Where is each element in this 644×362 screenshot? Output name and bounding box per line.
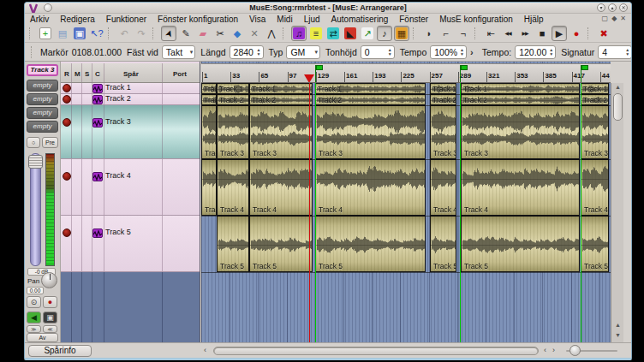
toolbar-handle[interactable] — [474, 27, 479, 39]
vertical-scrollbar[interactable]: ▲ ▲ ▼ — [611, 83, 623, 342]
toolbar-handle[interactable] — [283, 27, 287, 39]
whats-this-button[interactable]: ↖? — [89, 26, 104, 41]
toolbar-handle[interactable] — [31, 46, 32, 58]
part[interactable]: Track 1 — [217, 83, 249, 94]
pointer-tool-button[interactable]: ➤ — [161, 26, 176, 41]
redo-button[interactable]: ↷ — [134, 26, 149, 41]
spin-down-icon[interactable]: ▼ — [625, 52, 629, 56]
part[interactable]: Track 1 — [315, 83, 426, 94]
toolbar-handle[interactable] — [413, 27, 417, 39]
part[interactable]: Track 3 — [249, 105, 313, 159]
mixer-button[interactable]: ↗ — [360, 26, 375, 41]
toolbar-handle[interactable] — [587, 27, 592, 39]
part[interactable]: Track 1 — [201, 83, 217, 94]
stereo-toggle-button[interactable]: ▣ — [43, 312, 57, 323]
playhead-marker-icon[interactable] — [304, 74, 314, 83]
part[interactable]: Track 2 — [201, 94, 217, 105]
window-menu-button[interactable] — [44, 3, 52, 12]
part[interactable]: Track 2 — [430, 94, 456, 105]
scissors-tool-button[interactable]: ✂ — [212, 26, 228, 41]
record-dot-icon[interactable] — [63, 95, 71, 104]
part[interactable]: Track 4 — [315, 159, 426, 216]
marker-flag-icon[interactable] — [315, 65, 316, 83]
part[interactable]: Track 2 — [217, 94, 249, 105]
spin-down-icon[interactable]: ▼ — [257, 52, 261, 56]
scroll-up-icon[interactable]: ▲ — [611, 322, 624, 328]
expander-arrow-icon[interactable]: › — [470, 47, 474, 57]
off-button[interactable]: Av — [27, 333, 58, 342]
rewind-button[interactable]: ◀◀ — [500, 26, 516, 41]
close-button[interactable]: ✕ — [619, 3, 628, 12]
part[interactable]: Track 4 — [581, 159, 609, 216]
effect-slot[interactable]: empty — [27, 107, 58, 119]
part[interactable]: Track 1 — [249, 83, 313, 94]
part[interactable]: Track 3 — [315, 105, 426, 159]
toolbar-handle[interactable] — [29, 27, 33, 39]
record-dot-icon[interactable] — [63, 172, 71, 181]
pitch-spinbox[interactable]: 0 ▲▼ — [361, 45, 395, 59]
marker-flag-icon[interactable] — [460, 65, 461, 83]
input-routes-button[interactable]: ≫ — [27, 325, 41, 333]
record-dot-icon[interactable] — [63, 228, 71, 237]
mdi-close-button[interactable]: ✕ — [620, 15, 626, 23]
trackinfo-button[interactable]: Spårinfo — [28, 345, 92, 357]
length-spinbox[interactable]: 2840 ▲▼ — [230, 45, 264, 59]
glue-tool-button[interactable]: ◆ — [230, 26, 245, 41]
part[interactable]: Track 2 — [581, 94, 609, 105]
part[interactable]: Track 1 — [581, 83, 609, 94]
menu-item-muse-konfiguration[interactable]: MusE konfiguration — [439, 15, 513, 24]
part[interactable]: Track 5 — [217, 216, 249, 272]
mdi-restore-button[interactable]: ▢ — [602, 15, 609, 23]
vertical-scrollbar-thumb[interactable] — [613, 93, 623, 121]
punch-in-button[interactable]: ⌐ — [438, 26, 454, 41]
part[interactable]: Track 2 — [249, 94, 313, 105]
menu-item-arkiv[interactable]: Arkiv — [30, 15, 49, 24]
horizontal-scrollbar[interactable] — [213, 347, 539, 355]
spin-down-icon[interactable]: ▼ — [549, 52, 553, 56]
menu-item-redigera[interactable]: Redigera — [60, 15, 95, 24]
mute-button[interactable]: ◀ — [27, 312, 41, 323]
spin-down-icon[interactable]: ▼ — [460, 52, 464, 56]
scroll-down-icon[interactable]: ▼ — [611, 332, 624, 338]
timeline-ruler[interactable]: 133659712916119322525728932135338541744 — [201, 63, 611, 83]
keep-above-button[interactable]: ▴ — [608, 3, 617, 12]
scroll-left-icon[interactable]: ‹ — [204, 346, 206, 354]
part[interactable]: Track 3 — [430, 105, 456, 159]
signature-num-spinbox[interactable]: 4 ▲▼ — [598, 45, 632, 59]
part[interactable]: Track 3 — [201, 105, 217, 159]
part[interactable]: Track 4 — [201, 159, 217, 216]
track-row[interactable]: Track 3 — [61, 105, 200, 159]
pan-knob[interactable] — [41, 272, 57, 288]
selected-track-title[interactable]: Track 3 — [27, 64, 58, 76]
arranger-canvas[interactable]: 133659712916119322525728932135338541744 … — [201, 62, 611, 342]
part[interactable]: Track 5 — [581, 216, 609, 272]
menu-item-ljud[interactable]: Ljud — [304, 15, 320, 24]
part[interactable]: Track 1 — [461, 83, 580, 94]
track-list-empty-area[interactable] — [61, 272, 200, 342]
stop-button[interactable]: ■ — [534, 26, 550, 41]
spin-down-icon[interactable]: ▼ — [388, 52, 392, 56]
record-dot-icon[interactable] — [63, 118, 71, 127]
part[interactable]: Track 2 — [461, 94, 580, 105]
open-song-button[interactable]: ▤ — [55, 26, 70, 41]
part[interactable]: Track 3 — [581, 105, 609, 159]
horizontal-scrollbar-thumb[interactable] — [215, 348, 537, 354]
track-row[interactable]: Track 1 — [61, 83, 200, 94]
list-editor-button[interactable]: ≡ — [308, 26, 324, 41]
track-row[interactable]: Track 4 — [61, 159, 200, 216]
wave-editor-button[interactable]: ◣ — [343, 26, 358, 41]
part[interactable]: Track 5 — [249, 216, 313, 272]
forward-button[interactable]: ▶▶ — [517, 26, 533, 41]
score-editor-button[interactable]: ♪ — [377, 26, 392, 41]
eraser-tool-button[interactable]: ▰ — [195, 26, 211, 41]
new-song-button[interactable]: + — [38, 26, 53, 41]
record-button[interactable]: ● — [569, 26, 584, 41]
menu-item-f-nster[interactable]: Fönster — [399, 15, 428, 24]
pencil-tool-button[interactable]: ✎ — [178, 26, 194, 41]
scroll-up-icon[interactable]: ▲ — [611, 84, 624, 90]
power-button[interactable]: ⊙ — [27, 296, 41, 308]
effect-slot[interactable]: empty — [27, 80, 58, 92]
mdi-menu-button[interactable]: ◆ — [611, 15, 617, 23]
record-dot-icon[interactable] — [63, 84, 71, 92]
part[interactable]: Track 5 — [430, 216, 456, 272]
